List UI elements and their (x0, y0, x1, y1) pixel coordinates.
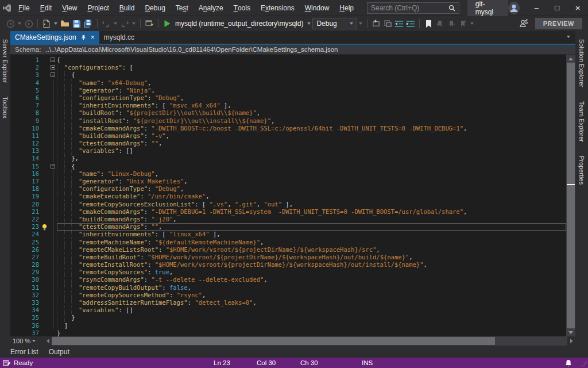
side-tab-team-explorer[interactable]: Team Explorer (578, 95, 585, 148)
code-line[interactable]: 12"ctestCommandArgs": "", (10, 140, 566, 147)
search-icon[interactable] (448, 5, 455, 12)
startup-item-label[interactable]: mysqld (runtime_output_directory\mysqld) (175, 20, 303, 28)
breakpoint-margin[interactable] (10, 254, 23, 261)
code-text[interactable]: "buildRoot": "${projectDir}\\out\\build\… (57, 109, 566, 117)
user-avatar[interactable] (508, 2, 520, 14)
breakpoint-margin[interactable] (10, 94, 23, 102)
code-line[interactable]: 27"remoteBuildRoot": "$HOME/work/vsroot/… (10, 254, 566, 261)
code-line[interactable]: 23"ctestCommandArgs": "", (10, 223, 566, 231)
side-tab-toolbox[interactable]: Toolbox (2, 91, 9, 124)
resize-grip[interactable]: ⋰ (582, 361, 587, 367)
horizontal-scrollbar-thumb[interactable] (52, 337, 495, 345)
toolbar-options-icon[interactable] (359, 22, 362, 25)
panel-tab-error-list[interactable]: Error List (10, 348, 38, 356)
menu-project[interactable]: Project (82, 0, 114, 16)
breakpoint-margin[interactable] (10, 231, 23, 238)
scroll-down-icon[interactable] (566, 328, 575, 336)
code-line[interactable]: 28"remoteInstallRoot": "$HOME/work/vsroo… (10, 261, 566, 269)
status-insert-mode[interactable]: INS (362, 358, 373, 368)
code-text[interactable]: "installRoot": "${projectDir}\\out\\inst… (57, 117, 566, 125)
save-icon[interactable] (71, 17, 82, 30)
code-text[interactable]: } (57, 314, 566, 321)
code-text[interactable]: "generator": "Ninja", (57, 87, 566, 94)
code-text[interactable]: "buildCommandArgs": "-v", (57, 132, 566, 140)
code-text[interactable]: { (57, 163, 566, 170)
breakpoint-margin[interactable] (10, 284, 23, 292)
code-text[interactable]: "cmakeCommandArgs": "-DWITH_DEBUG=1 -DWI… (57, 208, 566, 216)
breakpoint-margin[interactable] (10, 322, 23, 329)
fold-margin[interactable] (49, 261, 57, 269)
code-text[interactable]: }, (57, 155, 566, 162)
code-line[interactable]: 33"addressSanitizerRuntimeFlags": "detec… (10, 299, 566, 306)
code-text[interactable]: "remoteInstallRoot": "$HOME/work/vsroot/… (57, 261, 566, 269)
code-line[interactable]: 34"variables": [] (10, 306, 566, 314)
fold-margin[interactable] (49, 155, 57, 162)
horizontal-scrollbar[interactable] (52, 336, 567, 346)
breakpoint-margin[interactable] (10, 246, 23, 254)
breakpoint-margin[interactable] (10, 178, 23, 185)
scroll-left-icon[interactable] (44, 339, 52, 343)
tab-list-dropdown-icon[interactable] (567, 36, 570, 38)
breakpoint-margin[interactable] (10, 64, 23, 71)
tab-close-icon[interactable]: × (91, 33, 95, 41)
fold-margin[interactable] (49, 314, 57, 321)
fold-margin[interactable] (49, 64, 57, 71)
breakpoint-margin[interactable] (10, 102, 23, 109)
fold-margin[interactable] (49, 94, 57, 102)
code-line[interactable]: 26"remoteCMakeListsRoot": "$HOME/work/vs… (10, 246, 566, 254)
code-text[interactable]: "ctestCommandArgs": "", (57, 140, 566, 147)
code-text[interactable]: "remoteCopySources": true, (57, 269, 566, 276)
zoom-level-select[interactable]: 100 % (10, 338, 44, 344)
previous-bookmark-icon[interactable] (434, 17, 446, 30)
navigate-back-icon[interactable] (5, 17, 16, 30)
menu-window[interactable]: Window (300, 0, 335, 16)
fold-margin[interactable] (49, 329, 57, 336)
scroll-right-icon[interactable] (567, 339, 575, 343)
fold-margin[interactable] (49, 185, 57, 193)
pin-icon[interactable] (81, 34, 86, 41)
fold-margin[interactable] (49, 178, 57, 185)
code-text[interactable]: "cmakeExecutable": "/usr/bin/cmake", (57, 193, 566, 200)
breakpoint-margin[interactable] (10, 125, 23, 132)
fold-margin[interactable] (49, 117, 57, 125)
breakpoint-margin[interactable] (10, 140, 23, 147)
breakpoint-margin[interactable] (10, 292, 23, 299)
code-line[interactable]: 25"remoteMachineName": "${defaultRemoteM… (10, 239, 566, 246)
code-text[interactable]: "ctestCommandArgs": "", (57, 223, 566, 231)
fold-margin[interactable] (49, 201, 57, 208)
fold-margin[interactable] (49, 193, 57, 200)
side-tab-properties[interactable]: Properties (578, 150, 585, 190)
navigate-forward-icon[interactable] (23, 17, 34, 30)
code-line[interactable]: 2"configurations": [ (10, 64, 566, 71)
scrollbar-thumb[interactable] (567, 63, 575, 328)
redo-dropdown-icon[interactable] (132, 22, 136, 25)
breakpoint-margin[interactable] (10, 314, 23, 321)
code-line[interactable]: 21"cmakeCommandArgs": "-DWITH_DEBUG=1 -D… (10, 208, 566, 216)
breakpoint-margin[interactable] (10, 239, 23, 246)
next-bookmark-icon[interactable] (446, 17, 457, 30)
breakpoint-margin[interactable] (10, 329, 23, 336)
code-line[interactable]: 5"generator": "Ninja", (10, 87, 566, 94)
code-line[interactable]: 14}, (10, 155, 566, 162)
startup-item-dropdown-icon[interactable] (307, 22, 311, 25)
fold-margin[interactable] (49, 322, 57, 329)
breakpoint-margin[interactable] (10, 269, 23, 276)
menu-file[interactable]: File (13, 0, 34, 16)
close-button[interactable]: × (567, 0, 588, 16)
code-text[interactable]: { (57, 71, 566, 79)
code-text[interactable]: "remoteCMakeListsRoot": "$HOME/work/vsro… (57, 246, 566, 254)
breakpoint-margin[interactable] (10, 163, 23, 170)
breakpoint-margin[interactable] (10, 170, 23, 178)
breakpoint-margin[interactable] (10, 261, 23, 269)
solution-configuration-select[interactable]: Debug (312, 18, 357, 29)
menu-build[interactable]: Build (114, 0, 140, 16)
breakpoint-margin[interactable] (10, 117, 23, 125)
save-all-icon[interactable] (82, 17, 94, 30)
status-character[interactable]: Ch 30 (300, 358, 318, 368)
breakpoint-margin[interactable] (10, 201, 23, 208)
fold-margin[interactable] (49, 223, 57, 231)
code-text[interactable]: } (57, 329, 566, 336)
menu-analyze[interactable]: Analyze (194, 0, 229, 16)
preview-button[interactable]: PREVIEW (535, 18, 582, 29)
code-line[interactable]: 37} (10, 329, 566, 336)
